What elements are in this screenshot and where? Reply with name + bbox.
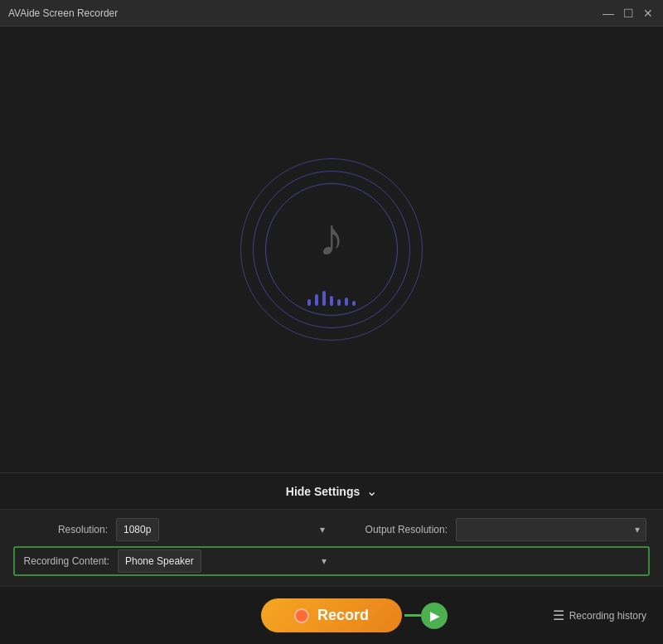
arrow-indicator: ▶ — [404, 603, 448, 629]
title-bar-controls: — ☐ ✕ — [602, 7, 655, 20]
recording-history-button[interactable]: ☰ Recording history — [553, 608, 646, 623]
eq-bars — [307, 291, 356, 306]
arrow-shaft — [404, 614, 421, 617]
eq-bar — [345, 298, 348, 306]
title-bar: AVAide Screen Recorder — ☐ ✕ — [0, 0, 663, 27]
eq-bar — [330, 296, 333, 306]
arrow-circle: ▶ — [421, 603, 448, 629]
recording-content-row: Recording Content: Phone Speaker Microph… — [13, 546, 650, 576]
history-icon: ☰ — [553, 608, 564, 623]
recording-content-select[interactable]: Phone Speaker Microphone System Audio — [118, 550, 201, 573]
eq-bar — [315, 294, 318, 306]
eq-bar — [307, 299, 311, 306]
eq-bar — [352, 301, 356, 306]
record-label: Record — [317, 607, 369, 624]
recording-content-label: Recording Content: — [18, 555, 109, 567]
resolution-select-wrapper: 1080p 720p 1440p 4K — [116, 518, 332, 541]
circle-container: ♪ — [240, 158, 423, 341]
arrow-icon: ▶ — [430, 609, 439, 622]
resolution-select[interactable]: 1080p 720p 1440p 4K — [116, 518, 159, 541]
chevron-down-icon: ⌄ — [366, 483, 377, 499]
music-note-icon: ♪ — [318, 206, 345, 268]
main-content: ♪ Hide Settings ⌄ Resolution: — [0, 27, 663, 644]
resolution-row: Resolution: 1080p 720p 1440p 4K Output R… — [17, 518, 646, 541]
output-resolution-select[interactable] — [456, 518, 646, 541]
action-bar: Record ▶ ☰ Recording history — [0, 586, 663, 644]
record-dot-icon — [294, 608, 309, 623]
visualizer-area: ♪ — [0, 27, 663, 472]
maximize-button[interactable]: ☐ — [622, 7, 635, 20]
hide-settings-text: Hide Settings — [286, 485, 360, 498]
eq-bar — [322, 291, 326, 306]
recording-history-label: Recording history — [569, 610, 646, 622]
record-button[interactable]: Record ▶ — [261, 598, 402, 632]
eq-bar — [337, 299, 341, 306]
app-title: AVAide Screen Recorder — [8, 7, 118, 19]
minimize-button[interactable]: — — [602, 7, 615, 20]
close-button[interactable]: ✕ — [641, 7, 655, 20]
resolution-label: Resolution: — [17, 524, 108, 535]
output-resolution-label: Output Resolution: — [340, 524, 448, 535]
settings-section: Hide Settings ⌄ Resolution: 1080p 720p 1… — [0, 472, 663, 586]
output-resolution-select-wrapper — [456, 518, 646, 541]
hide-settings-bar[interactable]: Hide Settings ⌄ — [0, 472, 663, 509]
settings-grid: Resolution: 1080p 720p 1440p 4K Output R… — [0, 509, 663, 586]
title-bar-left: AVAide Screen Recorder — [8, 7, 118, 19]
recording-content-select-wrapper: Phone Speaker Microphone System Audio — [118, 550, 333, 573]
